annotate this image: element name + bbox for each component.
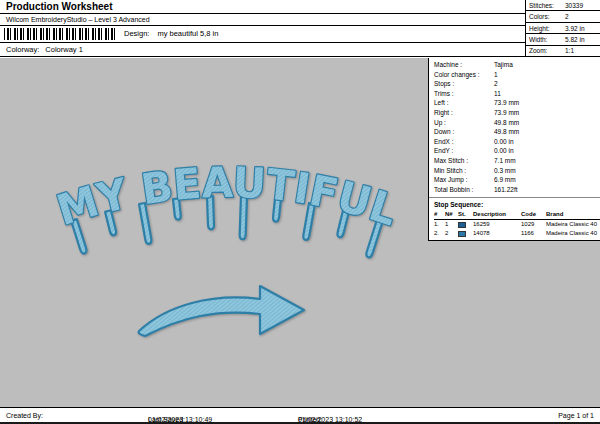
summary-row-width: Width: 5.82 in bbox=[526, 34, 600, 45]
worksheet-header: Production Worksheet Wilcom EmbroiderySt… bbox=[0, 0, 600, 57]
subtitle-row: Wilcom EmbroideryStudio – Level 3 Advanc… bbox=[0, 14, 525, 26]
right-row: Right :73.9 mm bbox=[429, 108, 600, 118]
summary-row-height: Height: 3.92 in bbox=[526, 23, 600, 34]
page-title: Production Worksheet bbox=[6, 1, 113, 12]
stops-row: Stops :2 bbox=[429, 79, 600, 89]
stop-row-2-num: 2. bbox=[434, 229, 445, 238]
summary-box: Stitches: 30339 Colors: 2 Height: 3.92 i… bbox=[525, 0, 600, 56]
trims-row: Trims :11 bbox=[429, 89, 600, 99]
color-changes-row: Color changes :1 bbox=[429, 70, 600, 80]
col-brand: Brand bbox=[546, 210, 600, 220]
title-row: Production Worksheet bbox=[0, 0, 525, 14]
worksheet-footer: Created By: Last Saved: 01/02/2023 13:10… bbox=[0, 407, 600, 424]
col-n: N# bbox=[445, 210, 458, 220]
summary-row-zoom: Zoom: 1:1 bbox=[526, 46, 600, 56]
stop-row-2-n: 2 bbox=[445, 229, 458, 238]
app-subtitle: Wilcom EmbroideryStudio – Level 3 Advanc… bbox=[6, 16, 150, 23]
stop-sequence-title: Stop Sequence: bbox=[429, 200, 600, 210]
design-canvas: MY BEAUTIFUL Machine :Tajima Color chang… bbox=[0, 58, 600, 407]
col-st: St. bbox=[458, 210, 473, 220]
design-label: Design: bbox=[124, 29, 149, 38]
design-name-value: my beautiful 5,8 in bbox=[157, 29, 218, 38]
stop-sequence-section: Stop Sequence: # N# St. Description Code… bbox=[429, 197, 600, 238]
col-code: Code bbox=[521, 210, 546, 220]
colorway-row: Colorway: Colorway 1 bbox=[0, 43, 525, 56]
stop-row-1-num: 1. bbox=[434, 220, 445, 229]
height-value: 3.92 in bbox=[565, 25, 597, 32]
colorway-value: Colorway 1 bbox=[45, 45, 83, 54]
stop-row-2-description: 14078 bbox=[473, 229, 521, 238]
zoom-value: 1:1 bbox=[565, 47, 597, 54]
endx-row: EndX :0.00 in bbox=[429, 137, 600, 147]
design-row: Design: my beautiful 5,8 in bbox=[0, 26, 525, 44]
total-bobbin-row: Total Bobbin :161.22ft bbox=[429, 185, 600, 195]
stop-sequence-table: # N# St. Description Code Brand 1. 1 162… bbox=[429, 210, 600, 238]
stitches-value: 30339 bbox=[565, 2, 597, 9]
width-value: 5.82 in bbox=[565, 36, 597, 43]
zoom-label: Zoom: bbox=[529, 47, 565, 54]
machine-row: Machine :Tajima bbox=[429, 60, 600, 70]
up-row: Up :49.8 mm bbox=[429, 118, 600, 128]
header-left: Production Worksheet Wilcom EmbroiderySt… bbox=[0, 0, 525, 56]
printed-value: 01/02/2023 13:10:52 bbox=[298, 416, 362, 423]
max-jump-row: Max Jump :6.9 mm bbox=[429, 175, 600, 185]
stitches-label: Stitches: bbox=[529, 2, 565, 9]
design-text: MY BEAUTIFUL bbox=[51, 158, 403, 235]
down-row: Down :49.8 mm bbox=[429, 127, 600, 137]
height-label: Height: bbox=[529, 25, 565, 32]
machine-details-panel: Machine :Tajima Color changes :1 Stops :… bbox=[428, 58, 600, 241]
stop-row-2-code: 1166 bbox=[521, 229, 546, 238]
left-row: Left :73.9 mm bbox=[429, 98, 600, 108]
design-lettering: MY BEAUTIFUL bbox=[51, 158, 403, 235]
stop-row-2-brand: Madeira Classic 40 bbox=[546, 229, 600, 238]
max-stitch-row: Max Stitch :7.1 mm bbox=[429, 156, 600, 166]
arrow-shape bbox=[139, 286, 304, 336]
colorway-label: Colorway: bbox=[6, 45, 39, 54]
colors-value: 2 bbox=[565, 13, 597, 20]
stop-row-2-swatch-cell bbox=[458, 231, 473, 237]
col-description: Description bbox=[473, 210, 521, 220]
last-saved-value: 01/02/2023 13:10:49 bbox=[148, 416, 212, 423]
stop-row-1-brand: Madeira Classic 40 bbox=[546, 220, 600, 229]
thread-swatch bbox=[458, 222, 466, 228]
production-worksheet-page: Production Worksheet Wilcom EmbroiderySt… bbox=[0, 0, 600, 424]
thread-swatch bbox=[458, 231, 466, 237]
stop-row-1-code: 1029 bbox=[521, 220, 546, 229]
min-stitch-row: Min Stitch :0.3 mm bbox=[429, 166, 600, 176]
stop-row-1-n: 1 bbox=[445, 220, 458, 229]
colors-label: Colors: bbox=[529, 13, 565, 20]
stop-row-1-description: 16259 bbox=[473, 220, 521, 229]
col-num: # bbox=[434, 210, 445, 220]
summary-row-colors: Colors: 2 bbox=[526, 11, 600, 22]
page-number: Page 1 of 1 bbox=[558, 412, 594, 419]
embroidery-design: MY BEAUTIFUL bbox=[42, 93, 412, 383]
width-label: Width: bbox=[529, 36, 565, 43]
endy-row: EndY :0.00 in bbox=[429, 146, 600, 156]
summary-row-stitches: Stitches: 30339 bbox=[526, 0, 600, 11]
barcode bbox=[4, 28, 116, 40]
created-by-label: Created By: bbox=[6, 412, 43, 419]
stop-row-1-swatch-cell bbox=[458, 222, 473, 228]
